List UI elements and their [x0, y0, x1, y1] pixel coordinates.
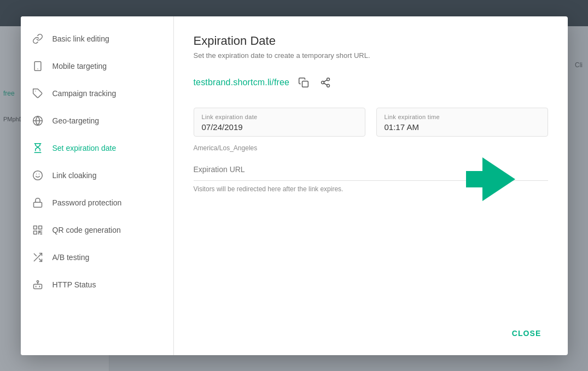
sidebar-item-mobile-targeting[interactable]: Mobile targeting	[21, 52, 173, 80]
svg-rect-7	[33, 202, 42, 207]
sidebar-item-label: Set expiration date	[53, 144, 117, 152]
sidebar-item-qr-code-generation[interactable]: QR code generation	[21, 216, 173, 244]
expiration-date-field[interactable]: Link expiration date 07/24/2019	[194, 108, 365, 137]
lock-icon	[32, 197, 44, 209]
sidebar-item-ab-testing[interactable]: A/B testing	[21, 244, 173, 271]
expiration-time-label: Link expiration time	[385, 114, 540, 120]
expiration-date-dialog: Basic link editing Mobile targeting Camp…	[21, 16, 568, 355]
page-title: Expiration Date	[194, 34, 548, 48]
smartphone-icon	[32, 60, 44, 72]
svg-rect-0	[34, 61, 41, 70]
svg-rect-10	[33, 231, 37, 234]
svg-rect-8	[33, 226, 37, 229]
expiration-date-value: 07/24/2019	[202, 122, 357, 132]
robot-icon	[32, 279, 44, 291]
svg-rect-19	[33, 284, 42, 288]
sidebar-item-basic-link-editing[interactable]: Basic link editing	[21, 25, 173, 52]
tag-icon	[32, 87, 44, 99]
sidebar: Basic link editing Mobile targeting Camp…	[21, 16, 174, 355]
timezone-hint: America/Los_Angeles	[194, 144, 548, 152]
share-icon	[320, 77, 331, 88]
url-row: testbrand.shortcm.li/free	[194, 75, 548, 90]
sidebar-item-label: Basic link editing	[53, 34, 109, 43]
page-subtitle: Set the expiration date to create a temp…	[194, 51, 548, 60]
sidebar-item-label: Password protection	[53, 198, 122, 207]
svg-rect-9	[38, 226, 42, 229]
sidebar-item-label: Link cloaking	[53, 171, 97, 180]
close-button[interactable]: CLOSE	[505, 325, 548, 342]
qr-icon	[32, 224, 44, 236]
sidebar-item-label: Campaign tracking	[53, 89, 117, 98]
copy-icon	[298, 77, 309, 88]
copy-url-button[interactable]	[296, 75, 311, 90]
link-icon	[32, 33, 44, 45]
svg-rect-24	[302, 81, 308, 87]
short-url: testbrand.shortcm.li/free	[194, 78, 290, 87]
sidebar-item-http-status[interactable]: HTTP Status	[21, 271, 173, 298]
sidebar-item-set-expiration-date[interactable]: Set expiration date	[21, 134, 173, 162]
sidebar-item-label: Mobile targeting	[53, 62, 107, 70]
sidebar-item-geo-targeting[interactable]: Geo-targeting	[21, 107, 173, 134]
arrow-pointer	[466, 157, 515, 201]
expiration-date-label: Link expiration date	[202, 114, 357, 120]
sidebar-item-link-cloaking[interactable]: Link cloaking	[21, 162, 173, 189]
split-icon	[32, 251, 44, 263]
main-content: Expiration Date Set the expiration date …	[174, 16, 568, 355]
sidebar-item-campaign-tracking[interactable]: Campaign tracking	[21, 80, 173, 107]
mask-icon	[32, 169, 44, 181]
svg-line-28	[324, 83, 327, 85]
sidebar-item-password-protection[interactable]: Password protection	[21, 189, 173, 216]
sidebar-item-label: HTTP Status	[53, 280, 96, 289]
svg-rect-11	[38, 231, 40, 232]
globe-icon	[32, 115, 44, 127]
expiration-time-field[interactable]: Link expiration time 01:17 AM	[376, 108, 548, 137]
svg-line-18	[34, 254, 36, 256]
share-url-button[interactable]	[318, 75, 333, 90]
fields-row: Link expiration date 07/24/2019 Link exp…	[194, 108, 548, 137]
svg-line-29	[324, 80, 327, 81]
hourglass-icon	[32, 142, 44, 154]
expiration-url-group	[194, 163, 548, 181]
sidebar-item-label: Geo-targeting	[53, 116, 100, 125]
expiration-time-value: 01:17 AM	[385, 122, 540, 132]
sidebar-item-label: A/B testing	[53, 253, 90, 262]
svg-marker-30	[466, 157, 515, 201]
dialog-footer: CLOSE	[505, 325, 548, 342]
sidebar-item-label: QR code generation	[53, 226, 121, 234]
